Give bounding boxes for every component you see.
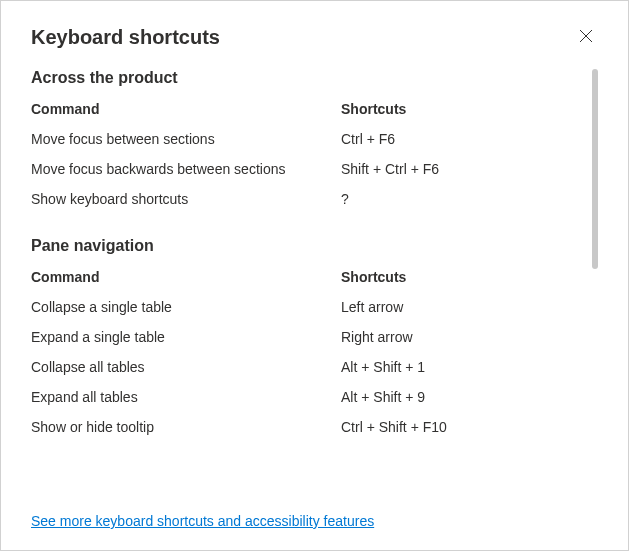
cell-shortcut: Ctrl + F6 xyxy=(341,131,588,147)
table-row: Expand all tables Alt + Shift + 9 xyxy=(31,389,588,405)
cell-command: Show or hide tooltip xyxy=(31,419,341,435)
cell-shortcut: Ctrl + Shift + F10 xyxy=(341,419,588,435)
header-command: Command xyxy=(31,269,341,285)
cell-command: Collapse a single table xyxy=(31,299,341,315)
cell-shortcut: ? xyxy=(341,191,588,207)
close-button[interactable] xyxy=(574,25,598,49)
cell-command: Move focus between sections xyxy=(31,131,341,147)
table-row: Expand a single table Right arrow xyxy=(31,329,588,345)
table-row: Show or hide tooltip Ctrl + Shift + F10 xyxy=(31,419,588,435)
section-pane-navigation: Pane navigation Command Shortcuts Collap… xyxy=(31,237,588,435)
cell-command: Show keyboard shortcuts xyxy=(31,191,341,207)
table-row: Move focus between sections Ctrl + F6 xyxy=(31,131,588,147)
header-shortcut: Shortcuts xyxy=(341,269,588,285)
table-row: Collapse a single table Left arrow xyxy=(31,299,588,315)
cell-shortcut: Right arrow xyxy=(341,329,588,345)
close-icon xyxy=(579,29,593,46)
shortcuts-table: Command Shortcuts Move focus between sec… xyxy=(31,101,588,207)
cell-shortcut: Left arrow xyxy=(341,299,588,315)
section-title: Across the product xyxy=(31,69,588,87)
header-command: Command xyxy=(31,101,341,117)
table-header: Command Shortcuts xyxy=(31,269,588,285)
table-row: Collapse all tables Alt + Shift + 1 xyxy=(31,359,588,375)
cell-shortcut: Alt + Shift + 1 xyxy=(341,359,588,375)
cell-command: Collapse all tables xyxy=(31,359,341,375)
dialog-footer: See more keyboard shortcuts and accessib… xyxy=(31,512,598,530)
cell-command: Expand all tables xyxy=(31,389,341,405)
table-row: Show keyboard shortcuts ? xyxy=(31,191,588,207)
header-shortcut: Shortcuts xyxy=(341,101,588,117)
cell-command: Move focus backwards between sections xyxy=(31,161,341,177)
section-title: Pane navigation xyxy=(31,237,588,255)
shortcuts-table: Command Shortcuts Collapse a single tabl… xyxy=(31,269,588,435)
cell-shortcut: Shift + Ctrl + F6 xyxy=(341,161,588,177)
table-row: Move focus backwards between sections Sh… xyxy=(31,161,588,177)
dialog-header: Keyboard shortcuts xyxy=(31,25,598,49)
keyboard-shortcuts-dialog: Keyboard shortcuts Across the product Co… xyxy=(1,1,628,550)
cell-command: Expand a single table xyxy=(31,329,341,345)
see-more-link[interactable]: See more keyboard shortcuts and accessib… xyxy=(31,513,374,529)
cell-shortcut: Alt + Shift + 9 xyxy=(341,389,588,405)
dialog-title: Keyboard shortcuts xyxy=(31,26,220,49)
dialog-content: Across the product Command Shortcuts Mov… xyxy=(31,69,598,504)
section-across-product: Across the product Command Shortcuts Mov… xyxy=(31,69,588,207)
table-header: Command Shortcuts xyxy=(31,101,588,117)
scrollbar-thumb[interactable] xyxy=(592,69,598,269)
